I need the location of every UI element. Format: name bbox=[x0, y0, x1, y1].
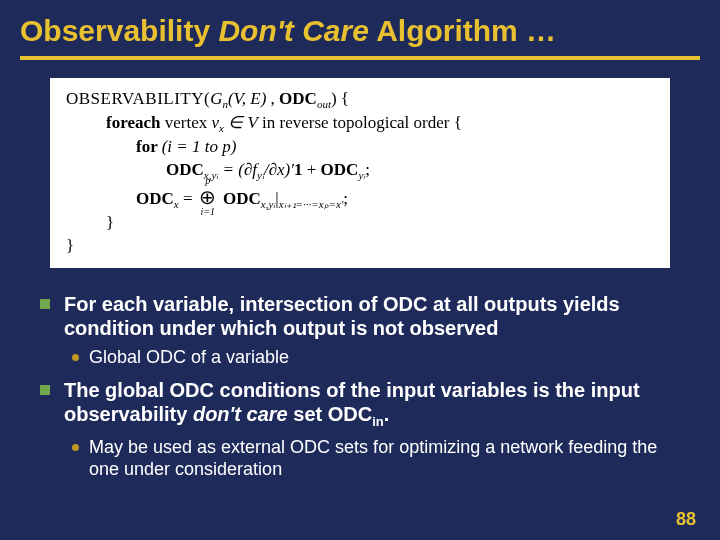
b2-part-d: in bbox=[372, 414, 384, 429]
algo-l4-deriv: /∂x)′ bbox=[264, 160, 294, 179]
slide-title: Observability Don't Care Algorithm … bbox=[0, 0, 720, 56]
algo-l1-args: (V, E) bbox=[228, 89, 266, 108]
algo-foreach: foreach bbox=[106, 113, 165, 132]
algorithm-box: OBSERVABILITY(Gn(V, E) , ODCout) { forea… bbox=[50, 78, 670, 268]
algo-vertex: vertex bbox=[165, 113, 212, 132]
bullet-2-sub-1-text: May be used as external ODC sets for opt… bbox=[89, 436, 680, 481]
algo-line-1: OBSERVABILITY(Gn(V, E) , ODCout) { bbox=[66, 88, 654, 112]
algo-l5-cond: xᵢ₊₁=···=xₚ=x′ bbox=[279, 198, 344, 210]
title-part2: Don't Care bbox=[218, 14, 368, 47]
algo-l1-brace: ) { bbox=[331, 89, 349, 108]
algo-line-3: for (i = 1 to p) bbox=[66, 136, 654, 159]
bullet-list: For each variable, intersection of ODC a… bbox=[0, 292, 720, 481]
algo-l5-bot: i=1 bbox=[197, 205, 219, 219]
bullet-2: The global ODC conditions of the input v… bbox=[40, 378, 680, 430]
algo-for: for bbox=[136, 137, 162, 156]
bullet-1-sub-1: Global ODC of a variable bbox=[72, 346, 680, 369]
algo-l4-plus: + bbox=[303, 160, 321, 179]
dot-bullet-icon bbox=[72, 444, 79, 451]
algo-line-7: } bbox=[66, 235, 654, 258]
bullet-1: For each variable, intersection of ODC a… bbox=[40, 292, 680, 340]
algo-l4-semi: ; bbox=[365, 160, 370, 179]
algo-line-5: ODCx = p⊕i=1 ODCx,yᵢ|xᵢ₊₁=···=xₚ=x′; bbox=[66, 184, 654, 212]
dot-bullet-icon bbox=[72, 354, 79, 361]
title-divider bbox=[20, 56, 700, 60]
algo-line-4: ODCx,yᵢ = (∂fyᵢ/∂x)′1 + ODCyᵢ; bbox=[66, 159, 654, 183]
algo-l1-odc: ODC bbox=[279, 89, 317, 108]
algo-l4-one: 1 bbox=[294, 160, 303, 179]
algo-l4-fsub: yᵢ bbox=[257, 170, 264, 182]
algo-l1-g: G bbox=[210, 89, 222, 108]
b2-part-b: don't care bbox=[193, 403, 288, 425]
algo-close2: } bbox=[66, 236, 74, 255]
title-part3: Algorithm … bbox=[369, 14, 556, 47]
algo-l1-comma: , bbox=[266, 89, 279, 108]
algo-fn-name: OBSERVABILITY( bbox=[66, 89, 210, 108]
square-bullet-icon bbox=[40, 299, 50, 309]
algo-v: v bbox=[211, 113, 219, 132]
bullet-2-sub-1: May be used as external ODC sets for opt… bbox=[72, 436, 680, 481]
b2-part-e: . bbox=[384, 403, 390, 425]
b2-part-c: set ODC bbox=[288, 403, 372, 425]
algo-l5-semi: ; bbox=[343, 189, 348, 208]
algo-for-range: (i = 1 to p) bbox=[162, 137, 237, 156]
page-number: 88 bbox=[676, 509, 696, 530]
algo-l5-odc: ODC bbox=[136, 189, 174, 208]
algo-reverse: in reverse topological order { bbox=[258, 113, 462, 132]
algo-inV: ∈ V bbox=[224, 113, 258, 132]
algo-l5-odc2: ODC bbox=[219, 189, 261, 208]
square-bullet-icon bbox=[40, 385, 50, 395]
bullet-1-sub-1-text: Global ODC of a variable bbox=[89, 346, 289, 369]
algo-l5-odc2sub: x,yᵢ bbox=[261, 198, 276, 210]
bullet-1-text: For each variable, intersection of ODC a… bbox=[64, 292, 680, 340]
algo-l5-eq: = bbox=[179, 189, 197, 208]
algo-l1-odcsub: out bbox=[317, 98, 331, 110]
algo-l5-top: p bbox=[197, 174, 219, 188]
algo-l5-bigop: p⊕i=1 bbox=[197, 184, 219, 211]
algo-l4-eq: = (∂f bbox=[218, 160, 257, 179]
algo-l4-odc2: ODC bbox=[321, 160, 359, 179]
algo-close1: } bbox=[106, 213, 114, 232]
algo-line-6: } bbox=[66, 212, 654, 235]
algo-line-2: foreach vertex vx ∈ V in reverse topolog… bbox=[66, 112, 654, 136]
bullet-2-text: The global ODC conditions of the input v… bbox=[64, 378, 680, 430]
title-part1: Observability bbox=[20, 14, 218, 47]
